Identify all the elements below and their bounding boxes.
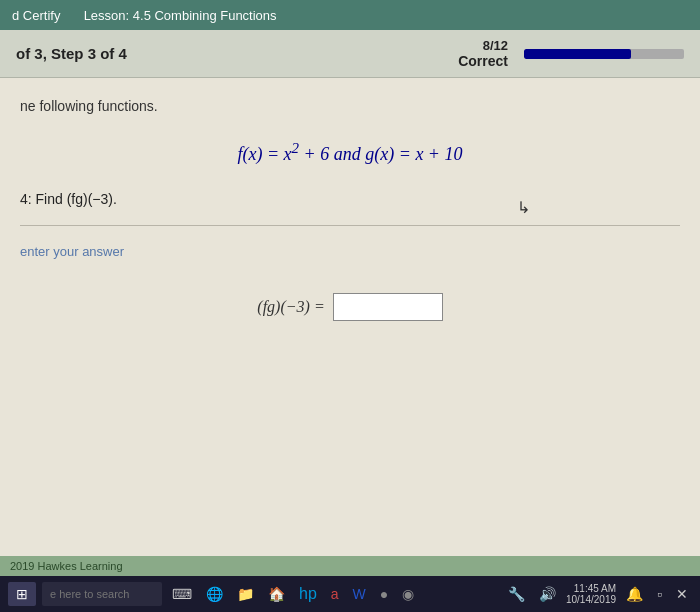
problem-label: 4: Find (fg)(−3). bbox=[20, 191, 680, 207]
cursor: ↳ bbox=[517, 198, 530, 217]
brand-label: d Certify bbox=[12, 8, 60, 23]
main-content: ne following functions. f(x) = x2 + 6 an… bbox=[0, 78, 700, 556]
globe-icon[interactable]: 🌐 bbox=[202, 584, 227, 604]
taskbar-hide[interactable]: ▫ bbox=[653, 584, 666, 604]
app-icon-circle[interactable]: ◉ bbox=[398, 584, 418, 604]
divider bbox=[20, 225, 680, 226]
instruction-text: enter your answer bbox=[20, 244, 680, 259]
taskbar: ⊞ ⌨ 🌐 📁 🏠 hp a W ● ◉ 🔧 🔊 11:45 AM 10/14/… bbox=[0, 576, 700, 612]
notification-icon[interactable]: 🔔 bbox=[622, 584, 647, 604]
step-info: of 3, Step 3 of 4 bbox=[16, 45, 127, 62]
folder-icon[interactable]: 📁 bbox=[233, 584, 258, 604]
footer-brand: 2019 Hawkes Learning bbox=[0, 556, 700, 576]
progress-bar bbox=[524, 49, 684, 59]
taskbar-minimize[interactable]: 🔧 bbox=[504, 584, 529, 604]
correct-label: Correct bbox=[458, 53, 508, 69]
hp-icon[interactable]: hp bbox=[295, 583, 321, 605]
taskbar-clock: 11:45 AM 10/14/2019 bbox=[566, 583, 616, 605]
top-nav: d Certify Lesson: 4.5 Combining Function… bbox=[0, 0, 700, 30]
taskbar-volume[interactable]: 🔊 bbox=[535, 584, 560, 604]
app-icon-w[interactable]: W bbox=[349, 584, 370, 604]
answer-input[interactable] bbox=[333, 293, 443, 321]
score-section: 8/12 Correct bbox=[458, 38, 684, 69]
answer-area: (fg)(−3) = bbox=[20, 293, 680, 321]
app-icon-a[interactable]: a bbox=[327, 584, 343, 604]
lesson-label: Lesson: 4.5 Combining Functions bbox=[84, 8, 277, 23]
home-icon[interactable]: 🏠 bbox=[264, 584, 289, 604]
answer-label: (fg)(−3) = bbox=[257, 298, 324, 316]
functions-formula: f(x) = x2 + 6 and g(x) = x + 10 bbox=[237, 144, 462, 164]
score-text: 8/12 bbox=[458, 38, 508, 53]
keyboard-icon[interactable]: ⌨ bbox=[168, 584, 196, 604]
header-bar: of 3, Step 3 of 4 8/12 Correct bbox=[0, 30, 700, 78]
nav-separator bbox=[68, 8, 75, 23]
app-icon-dots[interactable]: ● bbox=[376, 584, 392, 604]
start-button[interactable]: ⊞ bbox=[8, 582, 36, 606]
functions-display: f(x) = x2 + 6 and g(x) = x + 10 bbox=[20, 140, 680, 165]
taskbar-search[interactable] bbox=[42, 582, 162, 606]
taskbar-close[interactable]: ✕ bbox=[672, 584, 692, 604]
intro-text: ne following functions. bbox=[20, 98, 680, 114]
brand-text: 2019 Hawkes Learning bbox=[10, 560, 123, 572]
progress-fill bbox=[524, 49, 631, 59]
